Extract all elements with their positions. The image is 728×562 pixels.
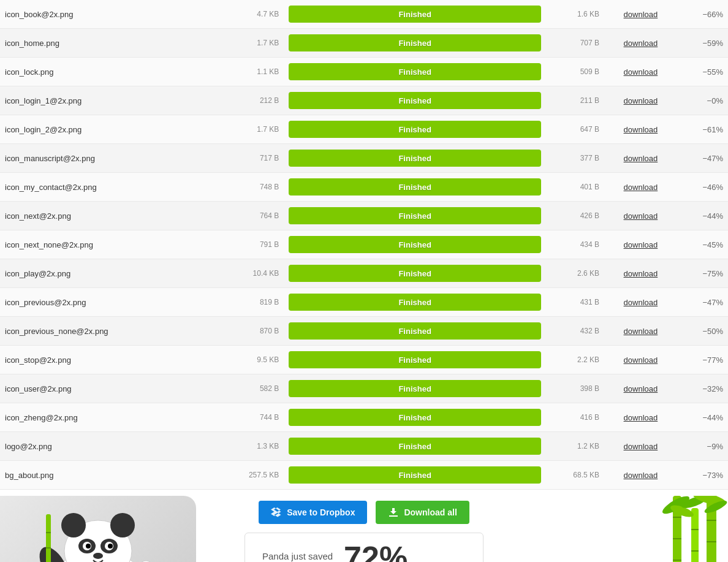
download-link[interactable]: download (624, 96, 658, 105)
download-link[interactable]: download (624, 39, 658, 48)
orig-size: 764 B (226, 202, 284, 230)
progress-cell: Finished (284, 461, 546, 490)
file-name: icon_play@2x.png (0, 259, 226, 288)
download-cell: download (604, 115, 677, 144)
svg-point-8 (86, 544, 91, 549)
center-actions: Save to Dropbox Download all Panda just … (245, 490, 483, 562)
orig-size: 9.5 KB (226, 346, 284, 374)
file-name: icon_next@2x.png (0, 202, 226, 230)
download-link[interactable]: download (624, 298, 658, 307)
progress-cell: Finished (284, 259, 546, 288)
savings-pct: −66% (677, 0, 728, 29)
download-link[interactable]: download (624, 269, 658, 278)
progress-bar: Finished (289, 207, 541, 224)
progress-label: Finished (398, 67, 431, 77)
table-row: icon_login_2@2x.png 1.7 KB Finished 647 … (0, 115, 728, 144)
download-link[interactable]: download (624, 384, 658, 393)
download-cell: download (604, 461, 677, 490)
progress-cell: Finished (284, 86, 546, 115)
orig-size: 582 B (226, 374, 284, 403)
savings-pct: −75% (677, 259, 728, 288)
svg-point-2 (61, 513, 86, 537)
download-cell: download (604, 202, 677, 230)
savings-pct: −32% (677, 374, 728, 403)
download-cell: download (604, 0, 677, 29)
savings-percent: 72% (344, 542, 408, 562)
progress-cell: Finished (284, 230, 546, 259)
orig-size: 4.7 KB (226, 0, 284, 29)
download-cell: download (604, 259, 677, 288)
table-row: logo@2x.png 1.3 KB Finished 1.2 KB downl… (0, 432, 728, 461)
progress-label: Finished (398, 154, 431, 163)
download-cell: download (604, 29, 677, 58)
download-link[interactable]: download (624, 327, 658, 336)
download-link[interactable]: download (624, 211, 658, 221)
orig-size: 748 B (226, 173, 284, 202)
progress-bar: Finished (289, 6, 541, 23)
file-name: icon_next_none@2x.png (0, 230, 226, 259)
download-all-icon (388, 507, 399, 518)
progress-label: Finished (398, 355, 431, 365)
orig-size: 791 B (226, 230, 284, 259)
progress-cell: Finished (284, 173, 546, 202)
table-row: icon_next_none@2x.png 791 B Finished 434… (0, 230, 728, 259)
download-link[interactable]: download (624, 67, 658, 77)
download-link[interactable]: download (624, 471, 658, 480)
progress-cell: Finished (284, 403, 546, 432)
download-all-label: Download all (404, 507, 457, 517)
table-row: icon_book@2x.png 4.7 KB Finished 1.6 KB … (0, 0, 728, 29)
progress-label: Finished (398, 96, 431, 105)
file-name: icon_home.png (0, 29, 226, 58)
new-size: 398 B (546, 374, 604, 403)
new-size: 431 B (546, 288, 604, 317)
progress-cell: Finished (284, 288, 546, 317)
download-cell: download (604, 317, 677, 346)
progress-bar: Finished (289, 294, 541, 311)
table-row: icon_manuscript@2x.png 717 B Finished 37… (0, 144, 728, 173)
progress-label: Finished (398, 298, 431, 307)
new-size: 2.6 KB (546, 259, 604, 288)
progress-label: Finished (398, 39, 431, 48)
download-cell: download (604, 403, 677, 432)
save-dropbox-label: Save to Dropbox (287, 507, 355, 517)
savings-text: Panda just saved you (262, 550, 333, 563)
panda-decoration (0, 496, 196, 562)
progress-cell: Finished (284, 374, 546, 403)
savings-line1: Panda just saved (262, 551, 333, 561)
download-link[interactable]: download (624, 240, 658, 249)
file-name: logo@2x.png (0, 432, 226, 461)
table-row: icon_play@2x.png 10.4 KB Finished 2.6 KB… (0, 259, 728, 288)
savings-pct: −45% (677, 230, 728, 259)
orig-size: 212 B (226, 86, 284, 115)
download-link[interactable]: download (624, 154, 658, 163)
savings-pct: −44% (677, 403, 728, 432)
download-link[interactable]: download (624, 10, 658, 19)
orig-size: 257.5 KB (226, 461, 284, 490)
orig-size: 1.7 KB (226, 29, 284, 58)
download-link[interactable]: download (624, 125, 658, 134)
table-row: icon_zheng@2x.png 744 B Finished 416 B d… (0, 403, 728, 432)
download-cell: download (604, 432, 677, 461)
progress-cell: Finished (284, 346, 546, 374)
download-link[interactable]: download (624, 355, 658, 365)
download-link[interactable]: download (624, 413, 658, 422)
new-size: 401 B (546, 173, 604, 202)
savings-pct: −77% (677, 346, 728, 374)
download-cell: download (604, 230, 677, 259)
download-link[interactable]: download (624, 442, 658, 451)
savings-pct: −46% (677, 173, 728, 202)
orig-size: 717 B (226, 144, 284, 173)
savings-pct: −59% (677, 29, 728, 58)
download-all-button[interactable]: Download all (376, 501, 469, 524)
progress-label: Finished (398, 125, 431, 134)
savings-pct: −9% (677, 432, 728, 461)
progress-cell: Finished (284, 115, 546, 144)
orig-size: 1.7 KB (226, 115, 284, 144)
file-name: icon_previous@2x.png (0, 288, 226, 317)
new-size: 426 B (546, 202, 604, 230)
orig-size: 10.4 KB (226, 259, 284, 288)
save-to-dropbox-button[interactable]: Save to Dropbox (259, 501, 367, 524)
download-link[interactable]: download (624, 183, 658, 192)
savings-pct: −47% (677, 144, 728, 173)
table-row: icon_stop@2x.png 9.5 KB Finished 2.2 KB … (0, 346, 728, 374)
